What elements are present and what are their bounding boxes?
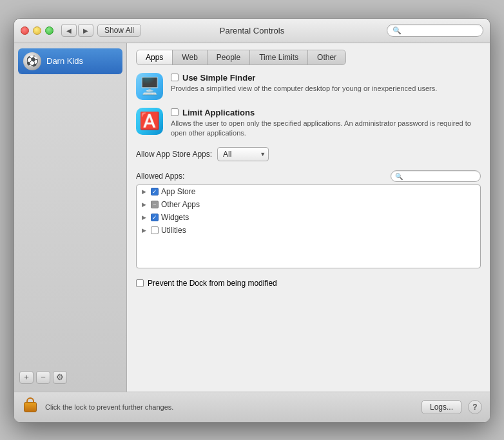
- utilities-name: Utilities: [161, 226, 186, 235]
- expand-arrow-icon: ▶: [142, 227, 148, 234]
- window: ◀ ▶ Show All Parental Controls 🔍 ⚽ Darn …: [14, 18, 490, 423]
- remove-user-button[interactable]: −: [36, 371, 50, 384]
- other-apps-name: Other Apps: [161, 200, 200, 209]
- close-button[interactable]: [21, 26, 29, 35]
- limit-apps-header: Limit Applications: [171, 108, 481, 117]
- widgets-checkbox[interactable]: ✓: [151, 214, 159, 221]
- list-item[interactable]: ▶ ✓ Widgets: [137, 211, 480, 224]
- appstore-icon: 🅰️: [136, 108, 163, 135]
- main-content: ⚽ Darn Kids + − ⚙ Apps Web People Time L…: [14, 43, 490, 392]
- bottom-bar: Click the lock to prevent further change…: [14, 392, 490, 422]
- app-store-checkbox[interactable]: ✓: [151, 188, 159, 195]
- window-title: Parental Controls: [220, 26, 284, 35]
- appstore-emoji-icon: 🅰️: [139, 111, 160, 131]
- other-apps-checkbox[interactable]: −: [151, 201, 159, 208]
- back-button[interactable]: ◀: [61, 24, 77, 37]
- lock-label: Click the lock to prevent further change…: [45, 403, 415, 411]
- utilities-checkbox[interactable]: [151, 226, 159, 234]
- traffic-lights: [21, 26, 53, 35]
- user-name: Darn Kids: [46, 56, 83, 66]
- search-box[interactable]: 🔍: [387, 24, 483, 37]
- list-item[interactable]: ▶ ✓ App Store: [137, 185, 480, 198]
- nav-buttons: ◀ ▶: [61, 24, 93, 37]
- add-user-button[interactable]: +: [19, 371, 34, 384]
- lock-body-icon: [24, 402, 37, 412]
- finder-icon: 🖥️: [136, 73, 163, 100]
- tab-other[interactable]: Other: [308, 50, 345, 65]
- forward-button[interactable]: ▶: [78, 24, 93, 37]
- allowed-apps-search-input[interactable]: [405, 172, 476, 180]
- limit-apps-text: Limit Applications Allows the user to op…: [171, 108, 481, 139]
- limit-apps-checkbox[interactable]: [171, 108, 179, 116]
- allow-app-store-label: Allow App Store Apps:: [136, 150, 212, 159]
- sidebar: ⚽ Darn Kids + − ⚙: [14, 43, 127, 392]
- lock-button[interactable]: [22, 397, 39, 417]
- widgets-name: Widgets: [161, 213, 189, 222]
- list-item[interactable]: ▶ − Other Apps: [137, 198, 480, 211]
- main-panel: Apps Web People Time Limits Other 🖥️ Us: [127, 43, 490, 392]
- tab-time-limits[interactable]: Time Limits: [250, 50, 308, 65]
- avatar: ⚽: [23, 52, 41, 70]
- dock-option-label: Prevent the Dock from being modified: [148, 279, 277, 288]
- search-icon: 🔍: [393, 26, 402, 35]
- app-store-name: App Store: [161, 187, 195, 196]
- dropdown-arrow-icon: ▼: [260, 151, 266, 157]
- expand-arrow-icon: ▶: [142, 201, 148, 208]
- show-all-button[interactable]: Show All: [97, 24, 141, 37]
- allowed-apps-header: Allowed Apps: 🔍: [136, 170, 481, 182]
- avatar-emoji: ⚽: [26, 55, 39, 67]
- limit-apps-title: Limit Applications: [182, 108, 255, 117]
- expand-arrow-icon: ▶: [142, 188, 148, 195]
- settings-button[interactable]: ⚙: [53, 371, 67, 384]
- apps-list: ▶ ✓ App Store ▶ − Other Apps ▶ ✓ Wid: [136, 185, 481, 268]
- app-store-dropdown-value: All: [223, 150, 231, 159]
- search-input[interactable]: [403, 26, 478, 34]
- dock-option-checkbox[interactable]: [136, 279, 144, 287]
- sidebar-spacer: [18, 74, 122, 368]
- tab-web[interactable]: Web: [173, 50, 207, 65]
- allowed-apps-search[interactable]: 🔍: [391, 170, 481, 182]
- tab-bar: Apps Web People Time Limits Other: [136, 50, 346, 65]
- sidebar-bottom-buttons: + − ⚙: [18, 368, 122, 386]
- limit-apps-row: 🅰️ Limit Applications Allows the user to…: [136, 108, 481, 139]
- logs-button[interactable]: Logs...: [422, 400, 461, 414]
- panel-content: 🖥️ Use Simple Finder Provides a simplifi…: [136, 73, 481, 385]
- allowed-apps-label: Allowed Apps:: [136, 172, 184, 181]
- tab-apps[interactable]: Apps: [137, 50, 173, 65]
- simple-finder-text: Use Simple Finder Provides a simplified …: [171, 73, 481, 94]
- dock-option-row: Prevent the Dock from being modified: [136, 279, 481, 288]
- search-small-icon: 🔍: [395, 173, 403, 180]
- allowed-apps-section: Allowed Apps: 🔍 ▶ ✓ App Store: [136, 170, 481, 268]
- simple-finder-checkbox[interactable]: [171, 74, 179, 81]
- help-button[interactable]: ?: [468, 400, 482, 414]
- finder-face-icon: 🖥️: [139, 76, 160, 96]
- app-store-dropdown[interactable]: All ▼: [217, 147, 269, 161]
- limit-apps-description: Allows the user to open only the specifi…: [171, 119, 481, 139]
- tab-people[interactable]: People: [208, 50, 250, 65]
- simple-finder-row: 🖥️ Use Simple Finder Provides a simplifi…: [136, 73, 481, 100]
- sidebar-user-item[interactable]: ⚽ Darn Kids: [18, 48, 122, 74]
- expand-arrow-icon: ▶: [142, 214, 148, 221]
- simple-finder-header: Use Simple Finder: [171, 73, 481, 83]
- titlebar: ◀ ▶ Show All Parental Controls 🔍: [14, 19, 490, 43]
- list-item[interactable]: ▶ Utilities: [137, 224, 480, 237]
- simple-finder-description: Provides a simplified view of the comput…: [171, 84, 481, 94]
- allow-app-store-row: Allow App Store Apps: All ▼: [136, 146, 481, 163]
- maximize-button[interactable]: [45, 26, 53, 35]
- minimize-button[interactable]: [33, 26, 41, 35]
- simple-finder-title: Use Simple Finder: [182, 73, 255, 83]
